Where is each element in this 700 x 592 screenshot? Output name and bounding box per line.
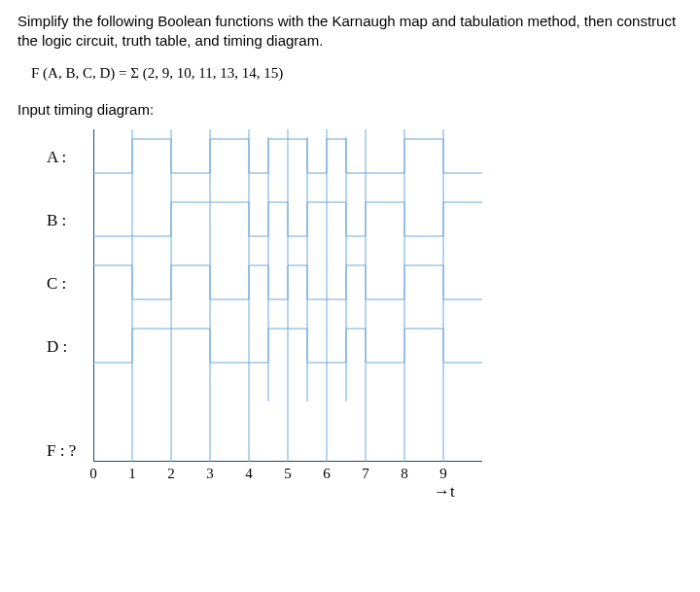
timing-svg	[93, 129, 502, 462]
problem-statement: Simplify the following Boolean functions…	[18, 12, 682, 52]
timing-diagram-label: Input timing diagram:	[18, 100, 682, 120]
tick-4: 4	[239, 464, 259, 483]
signal-label-d: D :	[47, 336, 82, 359]
tick-0: 0	[84, 464, 103, 483]
time-arrow-icon: →t	[434, 481, 455, 504]
signal-label-a: A :	[47, 147, 82, 169]
signal-label-c: C :	[47, 273, 82, 296]
tick-5: 5	[278, 464, 298, 483]
tick-2: 2	[161, 464, 181, 483]
tick-6: 6	[317, 464, 336, 483]
tick-1: 1	[122, 464, 142, 483]
tick-8: 8	[395, 464, 414, 483]
signal-c-wave	[93, 265, 482, 299]
tick-7: 7	[356, 464, 375, 483]
timing-diagram: A : B : C : D : F : ?	[52, 129, 682, 499]
tick-3: 3	[200, 464, 220, 483]
boolean-function-formula: F (A, B, C, D) = Σ (2, 9, 10, 11, 13, 14…	[31, 63, 682, 83]
signal-label-f: F : ?	[47, 440, 91, 463]
signal-b-wave	[93, 202, 482, 236]
signal-label-b: B :	[47, 210, 82, 232]
